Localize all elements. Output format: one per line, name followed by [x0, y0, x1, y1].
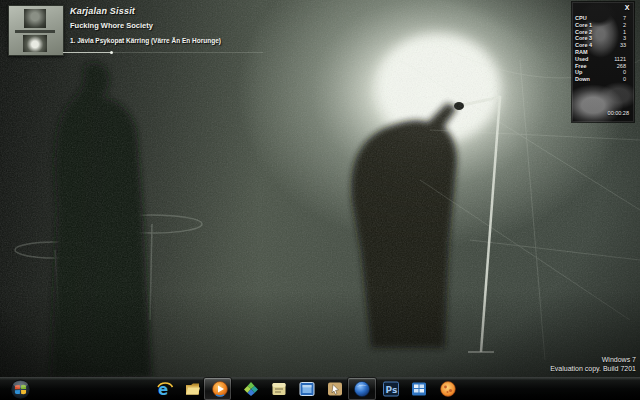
internet-explorer-icon[interactable]: e: [156, 380, 174, 398]
track-progress-handle[interactable]: [110, 51, 113, 54]
stat-value: 0: [623, 69, 630, 76]
track-progress-fill: [63, 52, 111, 53]
watermark-os-name: Windows 7: [550, 356, 636, 365]
blue-sphere-browser-icon[interactable]: [353, 380, 371, 398]
orange-app-icon[interactable]: [439, 380, 457, 398]
album-title: Fucking Whore Society: [70, 21, 153, 30]
stat-label: CPU: [575, 15, 587, 22]
notes-app-icon[interactable]: [270, 380, 288, 398]
close-icon[interactable]: X: [622, 3, 632, 12]
stat-value: [626, 49, 630, 56]
stat-row: Free268: [575, 63, 630, 70]
taskbar: e: [0, 377, 640, 400]
gadget-stats-list: CPU7 Core 12 Core 21 Core 33 Core 433 RA…: [575, 15, 630, 83]
explorer-folder-icon[interactable]: [184, 380, 202, 398]
photoshop-icon[interactable]: Ps: [382, 380, 400, 398]
system-monitor-gadget[interactable]: X CPU7 Core 12 Core 21 Core 33 Core 433 …: [572, 2, 634, 122]
album-cover-title-bar: [15, 30, 55, 33]
stat-value: 1121: [614, 56, 630, 63]
stat-label: Down: [575, 76, 590, 83]
stat-value: 0: [623, 76, 630, 83]
stat-row: Up0: [575, 69, 630, 76]
album-art[interactable]: [8, 5, 64, 56]
stat-label: Core 3: [575, 35, 592, 42]
stat-row: Core 33: [575, 35, 630, 42]
stat-value: 1: [623, 29, 630, 36]
pointer-app-icon[interactable]: [326, 380, 344, 398]
album-cover-photo: [24, 9, 46, 28]
stat-row: Core 12: [575, 22, 630, 29]
album-cover-drum-photo: [23, 35, 47, 52]
now-playing-widget[interactable]: Karjalan Sissit Fucking Whore Society 1.…: [0, 0, 330, 62]
stat-row: Core 433: [575, 42, 630, 49]
track-title: 1. Jävla Psykopat Kärring (Värre Än En H…: [70, 37, 221, 44]
stat-label: Core 1: [575, 22, 592, 29]
stat-row: RAM: [575, 49, 630, 56]
photoshop-label: Ps: [386, 385, 398, 395]
stat-value: 7: [623, 15, 630, 22]
stat-label: Up: [575, 69, 582, 76]
desktop: Karjalan Sissit Fucking Whore Society 1.…: [0, 0, 640, 400]
stat-row: Used1121: [575, 56, 630, 63]
stat-label: Core 2: [575, 29, 592, 36]
stat-label: Free: [575, 63, 587, 70]
stat-label: Used: [575, 56, 588, 63]
green-app-icon[interactable]: [242, 380, 260, 398]
windows-media-player-icon[interactable]: [211, 380, 229, 398]
stat-row: CPU7: [575, 15, 630, 22]
stat-value: 33: [620, 42, 630, 49]
artist-name: Karjalan Sissit: [70, 6, 135, 16]
stat-label: Core 4: [575, 42, 592, 49]
stat-value: 2: [623, 22, 630, 29]
start-button[interactable]: [10, 379, 31, 400]
stat-value: 268: [617, 63, 630, 70]
track-progress-bar[interactable]: [63, 51, 263, 54]
stat-label: RAM: [575, 49, 588, 56]
messenger-window-app-icon[interactable]: [298, 380, 316, 398]
build-watermark: Windows 7 Evaluation copy. Build 7201: [550, 356, 636, 373]
remote-desktop-app-icon[interactable]: [410, 380, 428, 398]
watermark-build: Evaluation copy. Build 7201: [550, 365, 636, 374]
stat-row: Core 21: [575, 29, 630, 36]
stat-row: Down0: [575, 76, 630, 83]
uptime-value: 00:00:28: [608, 110, 629, 116]
stat-value: 3: [623, 35, 630, 42]
